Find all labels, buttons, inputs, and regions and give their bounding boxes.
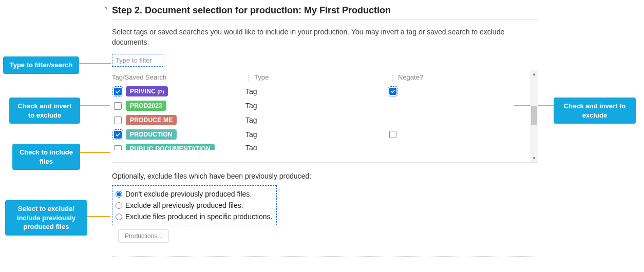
scrollbar[interactable]: ▲ ▼: [530, 70, 538, 163]
scroll-up-icon[interactable]: ▲: [530, 70, 538, 79]
tag-badge: PRIVINC (P): [126, 86, 168, 96]
radio-input[interactable]: [116, 191, 122, 198]
main-content: Step 2. Document selection for productio…: [112, 5, 538, 257]
tag-table: Tag/Saved Search ⋮Type ⋮Negate? PRIVINC …: [112, 70, 538, 163]
table-row: PRODUCTIONTag: [112, 127, 538, 142]
filter-input[interactable]: [112, 54, 163, 67]
radio-label: Exclude files produced in specific produ…: [125, 212, 272, 221]
callout-invert-left: Check and invert to exclude: [9, 98, 80, 124]
table-row: PUBLIC DOCUMENTATIONTag: [112, 142, 538, 150]
divider: [112, 19, 538, 20]
page-title: Step 2. Document selection for productio…: [112, 5, 538, 16]
radio-label: Exclude all previously produced files.: [125, 201, 243, 209]
row-checkbox[interactable]: [114, 102, 122, 110]
tag-badge: PRODUCTION: [126, 129, 177, 140]
row-checkbox[interactable]: [114, 116, 122, 124]
table-row: PRODUCE METag: [112, 113, 538, 127]
description-text: Select tags or saved searches you would …: [112, 27, 538, 48]
tag-badge: PRODUCE ME: [126, 115, 177, 125]
table-rows: PRIVINC (P)TagPROD2023TagPRODUCE METagPR…: [112, 84, 538, 162]
negate-checkbox[interactable]: [389, 131, 396, 138]
row-type: Tag: [245, 87, 389, 95]
grip-icon: ⋮: [389, 74, 395, 81]
dotted-line: [112, 256, 538, 257]
productions-button[interactable]: Productions...: [118, 229, 169, 243]
row-type: Tag: [245, 130, 389, 139]
tag-badge: PUBLIC DOCUMENTATION: [126, 144, 215, 150]
connector: [79, 63, 111, 64]
callout-invert-right: Check and invert to exclude: [554, 98, 636, 124]
connector: [80, 105, 110, 106]
row-type: Tag: [245, 102, 389, 110]
row-checkbox[interactable]: [114, 131, 122, 139]
scroll-down-icon[interactable]: ▼: [530, 154, 538, 162]
callout-filter: Type to filter/search: [3, 56, 79, 74]
col-header-tag[interactable]: Tag/Saved Search: [112, 73, 245, 82]
table-row: PRIVINC (P)Tag: [112, 84, 538, 99]
exclude-radio-option[interactable]: Don't exclude previously produced files.: [116, 188, 272, 200]
radio-input[interactable]: [116, 213, 122, 220]
col-header-negate[interactable]: ⋮Negate?: [389, 73, 538, 82]
connector: [80, 152, 110, 153]
row-type: Tag: [245, 144, 389, 150]
dotted-line: [112, 68, 538, 68]
radio-input[interactable]: [116, 202, 122, 209]
column-headers: Tag/Saved Search ⋮Type ⋮Negate?: [112, 70, 538, 85]
table-row: PROD2023Tag: [112, 99, 538, 113]
optional-exclude-text: Optionally, exclude files which have bee…: [112, 172, 538, 180]
exclude-radio-option[interactable]: Exclude files produced in specific produ…: [116, 211, 272, 222]
exclude-radio-option[interactable]: Exclude all previously produced files.: [116, 200, 272, 211]
col-header-type[interactable]: ⋮Type: [245, 73, 389, 82]
callout-exclude: Select to exclude/ include previously pr…: [5, 200, 87, 236]
callout-include: Check to include files: [12, 144, 80, 170]
negate-checkbox[interactable]: [389, 88, 396, 95]
grip-icon: ⋮: [245, 74, 252, 81]
scroll-thumb[interactable]: [531, 106, 537, 125]
connector: [87, 216, 110, 217]
row-type: Tag: [245, 116, 389, 124]
filter-wrap: [112, 54, 538, 67]
row-checkbox[interactable]: [114, 145, 122, 150]
row-checkbox[interactable]: [114, 88, 122, 95]
radio-label: Don't exclude previously produced files.: [125, 190, 252, 198]
tag-badge: PROD2023: [126, 101, 166, 111]
exclude-radio-group: Don't exclude previously produced files.…: [112, 185, 277, 225]
